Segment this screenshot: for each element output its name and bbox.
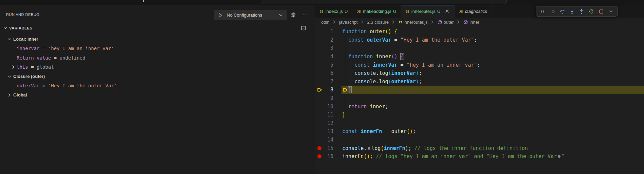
collapse-all-icon[interactable] xyxy=(300,24,307,32)
line-number[interactable]: 1 xyxy=(324,28,333,35)
code-line-content[interactable]: } xyxy=(342,86,644,94)
code-line-content[interactable] xyxy=(342,94,644,103)
code-line-content[interactable]: function inner() { xyxy=(342,52,644,61)
code-line-16[interactable]: 16innerFn(); // logs "hey I am an inner … xyxy=(315,152,644,161)
inline-breakpoint-hint-icon[interactable] xyxy=(368,147,370,150)
breadcrumb-item[interactable]: 2.3 closure xyxy=(367,20,389,25)
line-number[interactable]: 13 xyxy=(324,128,333,134)
code-line-content[interactable]: } xyxy=(342,111,644,119)
continue-icon[interactable] xyxy=(548,7,557,16)
code-line-content[interactable]: function outer() { xyxy=(342,27,644,36)
code-line-10[interactable]: 10 return inner; xyxy=(315,102,644,111)
code-line-content[interactable]: const innerVar = "hey I am an inner var"… xyxy=(342,61,644,69)
breakpoint-gutter[interactable] xyxy=(315,154,324,158)
chevron-down-icon[interactable] xyxy=(7,37,12,42)
inline-breakpoint-hint-icon[interactable] xyxy=(558,155,560,158)
line-number[interactable]: 4 xyxy=(324,53,333,60)
variables-section-header[interactable]: VARIABLES xyxy=(0,24,315,32)
breadcrumb-item[interactable]: outer xyxy=(437,20,454,25)
breakpoint-icon[interactable] xyxy=(317,146,321,150)
line-number[interactable]: 3 xyxy=(324,45,333,51)
line-number[interactable]: 11 xyxy=(324,112,333,118)
chevron-right-icon[interactable] xyxy=(7,92,12,98)
variables-scope-row[interactable]: Closure (outer) xyxy=(0,72,315,81)
code-line-11[interactable]: 11} xyxy=(315,111,644,119)
line-number[interactable]: 15 xyxy=(324,145,333,151)
code-line-content[interactable]: console.log(outerVar); xyxy=(342,78,644,86)
line-number[interactable]: 7 xyxy=(324,79,333,85)
variable-row[interactable]: this = global xyxy=(0,63,315,72)
code-line-9[interactable]: 9 xyxy=(315,94,644,103)
code-line-13[interactable]: 13const innerFn = outer(); xyxy=(315,127,644,136)
line-number[interactable]: 12 xyxy=(324,120,333,126)
tab-index2-js[interactable]: JSindex2.jsU xyxy=(315,5,352,18)
gripper-icon[interactable] xyxy=(538,7,548,16)
code-line-1[interactable]: 1function outer() { xyxy=(315,27,644,36)
line-number[interactable]: 8 xyxy=(324,87,333,93)
code-line-content[interactable]: innerFn(); // logs "hey I am an inner va… xyxy=(342,152,644,161)
code-line-12[interactable]: 12 xyxy=(315,119,644,128)
breadcrumb-label: outer xyxy=(444,20,454,25)
code-line-8[interactable]: 8} xyxy=(315,86,644,94)
line-number[interactable]: 16 xyxy=(324,153,333,159)
gear-icon[interactable] xyxy=(290,11,297,19)
chevron-down-icon[interactable] xyxy=(606,7,616,16)
line-number[interactable]: 10 xyxy=(324,104,333,110)
title-bar xyxy=(0,0,644,5)
code-line-15[interactable]: 15console.log(innerFn); // logs the inne… xyxy=(315,144,644,152)
code-line-content[interactable] xyxy=(342,119,644,128)
code-line-6[interactable]: 6 console.log(innerVar); xyxy=(315,69,644,78)
breakpoint-icon[interactable] xyxy=(317,154,321,158)
command-center[interactable] xyxy=(261,0,507,4)
code-line-content[interactable]: const innerFn = outer(); xyxy=(342,127,644,136)
code-line-3[interactable]: 3 xyxy=(315,44,644,52)
variable-row[interactable]: Return value = undefined xyxy=(0,53,315,62)
code-line-14[interactable]: 14 xyxy=(315,136,644,144)
code-line-content[interactable]: console.log(innerVar); xyxy=(342,69,644,78)
more-actions-icon[interactable] xyxy=(301,11,309,19)
restart-icon[interactable] xyxy=(587,7,596,16)
tab-innerouter-js[interactable]: JSinnerouter.jsU xyxy=(401,5,455,18)
breadcrumb-item[interactable]: inner xyxy=(463,20,479,25)
code-line-7[interactable]: 7 console.log(outerVar); xyxy=(315,78,644,86)
step-over-icon[interactable] xyxy=(557,7,567,16)
code-line-content[interactable]: return inner; xyxy=(342,102,644,111)
variables-scope-row[interactable]: Global xyxy=(0,90,315,100)
tab-diagnostics[interactable]: JSdiagnostics xyxy=(455,5,492,18)
tab-makeadding-js[interactable]: JSmakeadding.jsU xyxy=(352,5,401,18)
code-editor[interactable]: 1function outer() {2 const outerVar = "H… xyxy=(315,26,644,174)
variable-row[interactable]: outerVar = 'Hey I am the outer Var' xyxy=(0,81,315,90)
stop-icon[interactable] xyxy=(596,7,606,16)
breadcrumb-item[interactable]: odin xyxy=(321,20,330,25)
line-number[interactable]: 5 xyxy=(324,62,333,68)
chevron-right-icon[interactable] xyxy=(11,64,16,70)
breakpoint-gutter[interactable] xyxy=(315,87,324,93)
step-out-icon[interactable] xyxy=(577,7,587,16)
scope-label: Closure (outer) xyxy=(13,74,45,79)
breadcrumb-item[interactable]: javascript xyxy=(339,20,358,25)
breadcrumb-label: javascript xyxy=(339,20,358,25)
variable-row[interactable]: innerVar = 'hey I am an inner var' xyxy=(0,44,315,53)
tab-label: makeadding.js xyxy=(363,9,391,14)
variables-section-label: VARIABLES xyxy=(9,26,32,30)
breakpoint-gutter[interactable] xyxy=(315,146,324,150)
launch-configuration-dropdown[interactable]: No Configurations xyxy=(214,10,287,20)
code-line-content[interactable] xyxy=(342,136,644,144)
start-debug-icon[interactable] xyxy=(217,12,224,19)
close-icon[interactable] xyxy=(444,8,450,14)
code-line-content[interactable]: const outerVar = "Hey I am the outer Var… xyxy=(342,36,644,44)
line-number[interactable]: 9 xyxy=(324,95,333,101)
breadcrumb-item[interactable]: JSinnerouter.js xyxy=(398,20,427,25)
code-line-4[interactable]: 4 function inner() { xyxy=(315,52,644,61)
line-number[interactable]: 6 xyxy=(324,70,333,76)
js-file-icon: JS xyxy=(405,9,409,13)
code-line-content[interactable]: console.log(innerFn); // logs the inner … xyxy=(342,144,644,152)
line-number[interactable]: 14 xyxy=(324,137,333,143)
code-line-2[interactable]: 2 const outerVar = "Hey I am the outer V… xyxy=(315,36,644,44)
code-line-content[interactable] xyxy=(342,44,644,52)
line-number[interactable]: 2 xyxy=(324,37,333,43)
step-into-icon[interactable] xyxy=(567,7,577,16)
code-line-5[interactable]: 5 const innerVar = "hey I am an inner va… xyxy=(315,61,644,69)
variables-scope-row[interactable]: Local: inner xyxy=(0,35,315,44)
chevron-down-icon[interactable] xyxy=(7,74,12,79)
